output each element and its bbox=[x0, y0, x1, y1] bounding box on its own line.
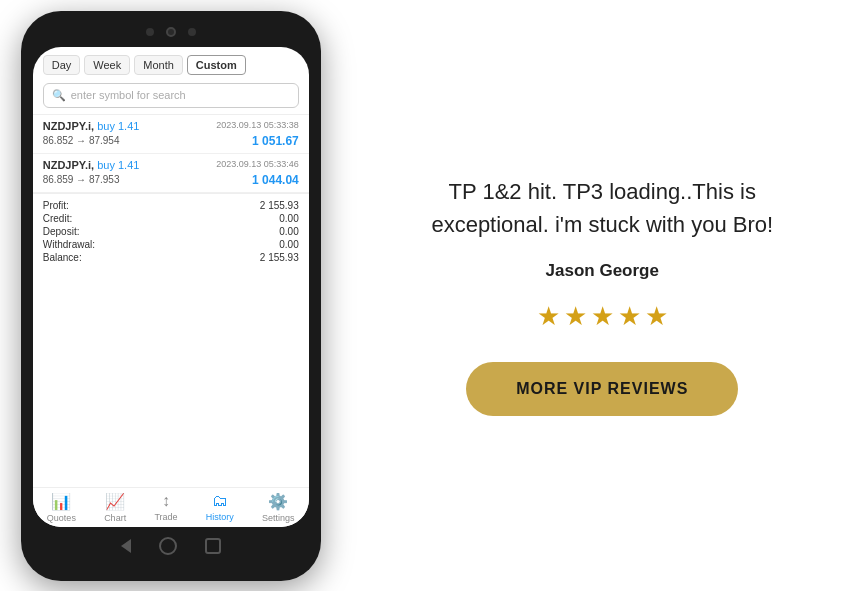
trade-price-1: 86.852 → 87.954 bbox=[43, 135, 120, 146]
summary-credit: Credit: 0.00 bbox=[43, 213, 299, 224]
summary-profit: Profit: 2 155.93 bbox=[43, 200, 299, 211]
recents-button[interactable] bbox=[205, 538, 221, 554]
phone-bottom-bar bbox=[33, 533, 309, 559]
tab-month[interactable]: Month bbox=[134, 55, 183, 75]
chart-icon: 📈 bbox=[105, 492, 125, 511]
bottom-nav: 📊 Quotes 📈 Chart ↕️ Trade 🗂 History ⚙️ S… bbox=[33, 487, 309, 527]
trade-item-1: NZDJPY.i, buy 1.41 2023.09.13 05:33:38 8… bbox=[33, 115, 309, 154]
quotes-icon: 📊 bbox=[51, 492, 71, 511]
review-panel: TP 1&2 hit. TP3 loading..This is excepti… bbox=[362, 135, 842, 456]
trade-symbol-2: NZDJPY.i, buy 1.41 bbox=[43, 159, 140, 171]
trade-item-2: NZDJPY.i, buy 1.41 2023.09.13 05:33:46 8… bbox=[33, 154, 309, 193]
phone-dot-1 bbox=[146, 28, 154, 36]
search-icon: 🔍 bbox=[52, 89, 66, 102]
nav-trade[interactable]: ↕️ Trade bbox=[154, 492, 177, 522]
tab-custom[interactable]: Custom bbox=[187, 55, 246, 75]
search-bar[interactable]: 🔍 enter symbol for search bbox=[43, 83, 299, 108]
trade-profit-1: 1 051.67 bbox=[252, 134, 299, 148]
nav-settings[interactable]: ⚙️ Settings bbox=[262, 492, 295, 523]
star-3: ★ bbox=[591, 301, 614, 332]
tab-bar: Day Week Month Custom bbox=[43, 55, 299, 75]
star-2: ★ bbox=[564, 301, 587, 332]
trade-profit-2: 1 044.04 bbox=[252, 173, 299, 187]
more-vip-reviews-button[interactable]: MORE VIP REVIEWS bbox=[466, 362, 738, 416]
trade-symbol-1: NZDJPY.i, buy 1.41 bbox=[43, 120, 140, 132]
reviewer-name: Jason George bbox=[546, 261, 659, 281]
back-button[interactable] bbox=[121, 539, 131, 553]
nav-chart[interactable]: 📈 Chart bbox=[104, 492, 126, 523]
history-icon: 🗂 bbox=[212, 492, 228, 510]
phone-mockup: Day Week Month Custom 🔍 enter symbol for… bbox=[21, 11, 321, 581]
trade-icon: ↕️ bbox=[162, 492, 170, 510]
summary-balance: Balance: 2 155.93 bbox=[43, 252, 299, 263]
trades-list: NZDJPY.i, buy 1.41 2023.09.13 05:33:38 8… bbox=[33, 115, 309, 487]
phone-camera bbox=[166, 27, 176, 37]
trade-date-1: 2023.09.13 05:33:38 bbox=[216, 120, 299, 130]
stars-container: ★ ★ ★ ★ ★ bbox=[537, 301, 668, 332]
trade-date-2: 2023.09.13 05:33:46 bbox=[216, 159, 299, 169]
phone-dot-2 bbox=[188, 28, 196, 36]
review-text: TP 1&2 hit. TP3 loading..This is excepti… bbox=[402, 175, 802, 241]
settings-icon: ⚙️ bbox=[268, 492, 288, 511]
summary-withdrawal: Withdrawal: 0.00 bbox=[43, 239, 299, 250]
search-placeholder: enter symbol for search bbox=[71, 89, 186, 101]
summary-deposit: Deposit: 0.00 bbox=[43, 226, 299, 237]
tab-week[interactable]: Week bbox=[84, 55, 130, 75]
star-1: ★ bbox=[537, 301, 560, 332]
home-button[interactable] bbox=[159, 537, 177, 555]
nav-history[interactable]: 🗂 History bbox=[206, 492, 234, 522]
screen-header: Day Week Month Custom 🔍 enter symbol for… bbox=[33, 47, 309, 115]
nav-quotes[interactable]: 📊 Quotes bbox=[47, 492, 76, 523]
star-4: ★ bbox=[618, 301, 641, 332]
phone-top-bar bbox=[33, 23, 309, 41]
tab-day[interactable]: Day bbox=[43, 55, 81, 75]
trade-price-2: 86.859 → 87.953 bbox=[43, 174, 120, 185]
phone-screen: Day Week Month Custom 🔍 enter symbol for… bbox=[33, 47, 309, 527]
star-5: ★ bbox=[645, 301, 668, 332]
summary-section: Profit: 2 155.93 Credit: 0.00 Deposit: 0… bbox=[33, 193, 309, 271]
